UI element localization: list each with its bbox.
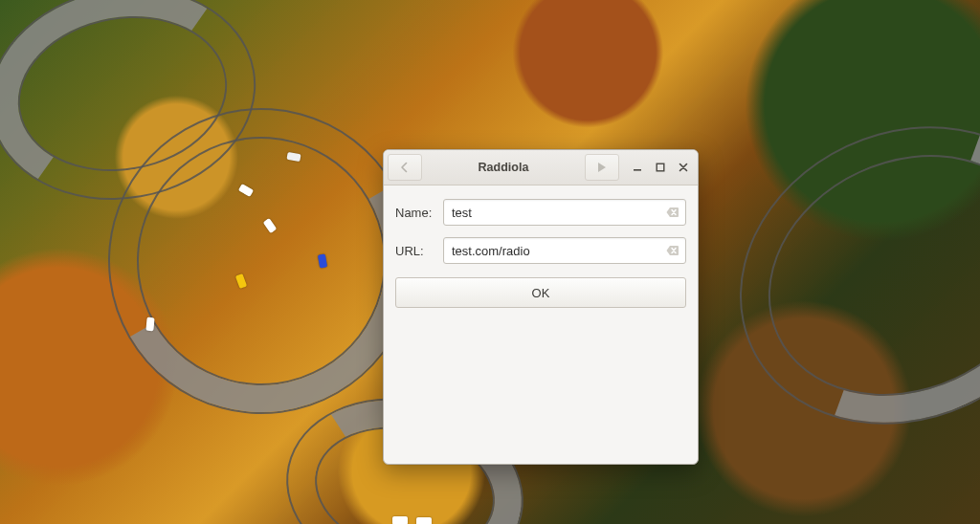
svg-rect-0 xyxy=(634,169,641,171)
name-input[interactable] xyxy=(443,199,686,226)
minimize-icon xyxy=(633,163,642,172)
svg-rect-1 xyxy=(657,164,664,171)
back-button[interactable] xyxy=(388,154,422,181)
url-label: URL: xyxy=(395,244,435,258)
wallpaper-decor xyxy=(145,317,154,332)
play-button[interactable] xyxy=(585,154,619,181)
window-content: Name: URL: OK xyxy=(384,186,698,464)
app-window: Raddiola xyxy=(383,149,699,465)
wallpaper-decor xyxy=(693,76,980,476)
arrow-left-icon xyxy=(399,162,411,173)
name-row: Name: xyxy=(395,199,686,226)
name-label: Name: xyxy=(395,206,435,220)
close-icon xyxy=(679,163,688,172)
clear-icon[interactable] xyxy=(665,205,680,220)
url-input[interactable] xyxy=(443,237,686,264)
clear-icon[interactable] xyxy=(665,243,680,258)
window-title: Raddiola xyxy=(426,161,581,174)
url-entry xyxy=(443,237,686,264)
ok-button[interactable]: OK xyxy=(395,277,686,308)
maximize-icon xyxy=(656,163,665,172)
maximize-button[interactable] xyxy=(650,157,671,178)
wallpaper-decor xyxy=(392,516,408,524)
window-controls xyxy=(627,157,694,178)
close-button[interactable] xyxy=(673,157,694,178)
name-entry xyxy=(443,199,686,226)
ok-button-label: OK xyxy=(532,286,550,300)
minimize-button[interactable] xyxy=(627,157,648,178)
url-row: URL: xyxy=(395,237,686,264)
wallpaper-decor xyxy=(416,517,432,524)
play-icon xyxy=(597,162,607,173)
titlebar[interactable]: Raddiola xyxy=(384,150,698,186)
